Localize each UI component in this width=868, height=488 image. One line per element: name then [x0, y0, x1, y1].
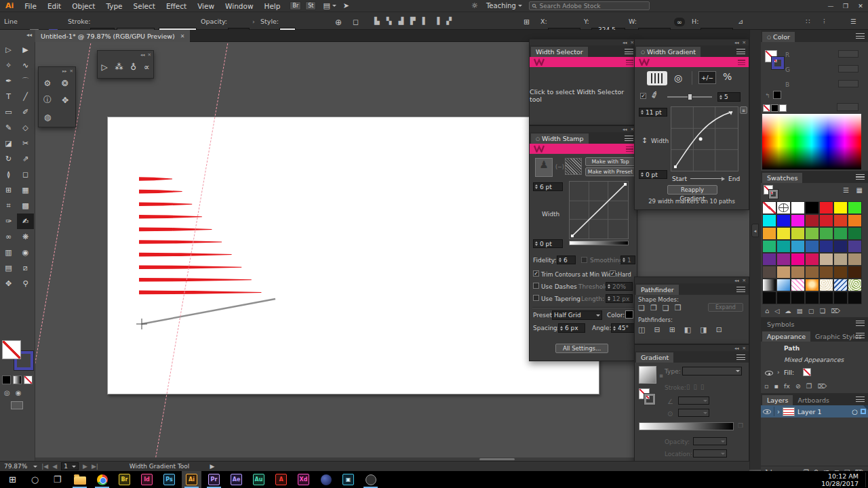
- restore-button[interactable]: ❐: [838, 3, 853, 9]
- close-tab-icon[interactable]: ✕: [180, 33, 185, 39]
- expand-icon[interactable]: ▸▸: [62, 68, 67, 74]
- menu-item[interactable]: Select: [128, 2, 161, 10]
- search-input[interactable]: ⚲ Search Adobe Stock: [529, 1, 650, 10]
- swatch[interactable]: [848, 279, 862, 291]
- swatch[interactable]: [776, 253, 791, 266]
- start-button[interactable]: ⊞: [3, 471, 22, 488]
- strength-slider[interactable]: [667, 96, 712, 98]
- acrobat[interactable]: A: [271, 471, 291, 488]
- close-icon[interactable]: ✕: [743, 40, 746, 45]
- width-stamp-tool[interactable]: ♁: [130, 62, 136, 72]
- slider-thumb[interactable]: [688, 94, 692, 100]
- red-width-stroke[interactable]: [139, 291, 261, 295]
- panel-menu-icon[interactable]: [856, 321, 865, 326]
- rectangle-tool[interactable]: ▭: [0, 104, 17, 120]
- minimize-button[interactable]: —: [823, 3, 838, 9]
- last-color-icon[interactable]: ↰: [765, 92, 770, 99]
- swatch[interactable]: [805, 291, 819, 304]
- gradient-opacity-field[interactable]: [693, 437, 727, 445]
- gradient-stroke-proxy[interactable]: [644, 394, 655, 405]
- expand-arrow-icon[interactable]: ›: [777, 408, 780, 415]
- zoom-level[interactable]: 79.87%: [4, 463, 27, 470]
- lasso-tool[interactable]: ∿: [17, 58, 34, 73]
- stepper-icon[interactable]: [535, 241, 538, 246]
- smoothing-checkbox[interactable]: [581, 257, 587, 263]
- collapse-icon[interactable]: ◂◂: [734, 278, 739, 283]
- share-icon[interactable]: ➤: [343, 1, 349, 10]
- red-width-stroke[interactable]: [139, 228, 212, 232]
- trim-contours-checkbox[interactable]: ✓: [533, 270, 539, 277]
- after-effects[interactable]: Ae: [226, 471, 246, 488]
- tab-symbols[interactable]: Symbols: [762, 319, 799, 329]
- swatch-options-icon[interactable]: ▢: [808, 307, 814, 314]
- expand-button[interactable]: Expand: [708, 303, 743, 312]
- menu-item[interactable]: Window: [220, 2, 258, 10]
- panel-menu-icon[interactable]: [856, 333, 865, 338]
- color-stroke-proxy[interactable]: [772, 57, 784, 69]
- swatch[interactable]: [848, 291, 862, 304]
- close-button[interactable]: ✕: [853, 3, 868, 9]
- swatch[interactable]: [819, 240, 833, 253]
- smoothing-field[interactable]: 1: [620, 256, 635, 264]
- tab-artboards[interactable]: Artboards: [793, 395, 834, 405]
- column-graph-tool[interactable]: ▥: [0, 245, 17, 260]
- swatch[interactable]: [762, 214, 776, 227]
- last-color-swatch[interactable]: [773, 91, 781, 99]
- swatch[interactable]: [776, 266, 791, 279]
- swatch-cloud-icon[interactable]: ☁: [785, 307, 791, 314]
- pink-menu-icon[interactable]: [738, 60, 745, 65]
- radial-width-mode-icon[interactable]: ◎: [674, 73, 682, 83]
- stamp-color-swatch[interactable]: [625, 310, 633, 319]
- capture-app[interactable]: ▣: [338, 471, 358, 488]
- selection-tool[interactable]: ▷: [0, 42, 17, 58]
- collapse-icon[interactable]: ◂◂: [623, 40, 627, 45]
- pen-tool[interactable]: ✒: [0, 73, 17, 89]
- slice-tool[interactable]: ⧄: [17, 260, 34, 276]
- settings-gear-icon[interactable]: ⚙: [44, 79, 52, 88]
- stepper-icon[interactable]: [641, 110, 644, 115]
- red-width-stroke[interactable]: [139, 253, 232, 257]
- constrain-proportions-icon[interactable]: ∞: [674, 18, 685, 26]
- width-tool[interactable]: ≬: [0, 167, 17, 182]
- options-more-icon[interactable]: ⫶: [823, 18, 825, 26]
- menu-item[interactable]: File: [19, 2, 42, 10]
- drawn-path-line[interactable]: [142, 299, 275, 324]
- stamp-min-width-field[interactable]: 0 pt: [533, 239, 563, 248]
- exclude-icon[interactable]: ❒: [675, 304, 682, 312]
- swatch[interactable]: [848, 227, 862, 240]
- menu-item[interactable]: Type: [100, 2, 127, 10]
- panel-menu-icon[interactable]: [625, 49, 633, 54]
- swatch[interactable]: [776, 201, 791, 214]
- select-similar-icon[interactable]: ◻: [353, 18, 359, 26]
- swatch[interactable]: [791, 279, 805, 291]
- preset-dropdown[interactable]: Half Grid: [552, 310, 602, 320]
- pink-menu-icon[interactable]: [626, 60, 633, 65]
- stepper-icon[interactable]: [560, 326, 563, 331]
- swatch[interactable]: [848, 214, 862, 227]
- taskbar-clock[interactable]: 10:12 AM 10/28/2017: [821, 472, 866, 487]
- swatch-grid-view-icon[interactable]: ▦: [856, 186, 863, 194]
- g-field[interactable]: [838, 65, 859, 73]
- layer-thumbnail[interactable]: [783, 407, 795, 416]
- opacity-more-icon[interactable]: ›: [252, 18, 255, 25]
- gradient-thumb-more-icon[interactable]: ▪: [659, 372, 663, 379]
- tab-swatches[interactable]: Swatches: [762, 173, 802, 183]
- color-spectrum[interactable]: [762, 114, 861, 169]
- gradient-angle-field[interactable]: [678, 396, 709, 405]
- curvature-tool[interactable]: ⌒: [17, 73, 34, 89]
- color-mode-button[interactable]: [2, 375, 11, 384]
- tab-color[interactable]: ○Color: [762, 32, 795, 42]
- creative-cloud-icon[interactable]: ❂: [62, 79, 68, 88]
- menu-item[interactable]: Help: [259, 2, 286, 10]
- first-artboard-icon[interactable]: |◀: [41, 463, 48, 470]
- task-view-button[interactable]: ❐: [47, 471, 67, 488]
- draw-behind-icon[interactable]: ◉: [16, 389, 22, 396]
- audition[interactable]: Au: [249, 471, 269, 488]
- swatch[interactable]: [762, 291, 776, 304]
- use-dashes-checkbox[interactable]: [533, 283, 539, 289]
- pencil-tool[interactable]: ✎: [0, 120, 17, 136]
- width-stamp-brush-tool[interactable]: ◉: [17, 245, 34, 260]
- swatch[interactable]: [833, 266, 848, 279]
- close-icon[interactable]: ✕: [70, 68, 73, 74]
- swatch[interactable]: [762, 266, 776, 279]
